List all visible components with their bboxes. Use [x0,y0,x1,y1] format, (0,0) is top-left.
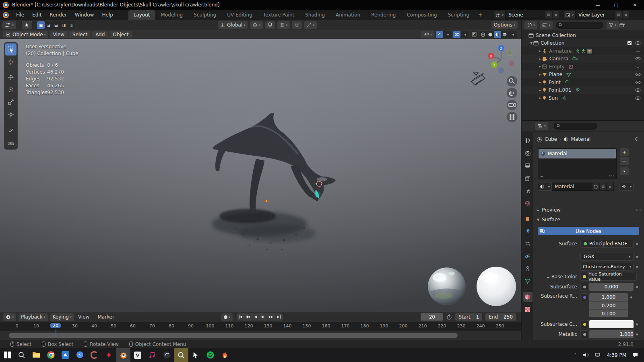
scene-browse-button[interactable]: ▾ [493,11,506,19]
selectability-dropdown[interactable]: ▾ [421,31,434,38]
visibility-eye-closed[interactable] [635,65,641,69]
volume-icon[interactable] [583,352,589,358]
properties-tab-data[interactable] [523,276,533,286]
keying-menu[interactable]: Keying▾ [50,313,74,321]
frame-tick-240[interactable]: 240 [477,323,485,329]
properties-tab-texture[interactable] [523,304,533,314]
taskbar-code-app-icon[interactable] [130,348,145,362]
editor-type-button[interactable]: ▾ [2,21,16,29]
viewport-menu-add[interactable]: Add [92,31,108,38]
gizmo-dropdown[interactable]: ▾ [444,31,452,38]
subsurface-color-socket[interactable] [580,320,588,328]
tray-chevron-icon[interactable]: ⌃ [574,353,577,357]
shading-material[interactable] [494,31,501,38]
snap-toggle-button[interactable] [265,21,275,29]
viewport-menu-view[interactable]: View [50,31,68,38]
timeline-scrollbar[interactable] [9,333,458,338]
frame-tick-200[interactable]: 200 [399,323,408,329]
frame-tick-180[interactable]: 180 [361,323,369,329]
play-reverse-button[interactable] [252,313,260,321]
taskbar-red-app-icon[interactable] [101,348,116,362]
visibility-eye-open[interactable] [635,57,641,61]
maximize-button[interactable]: ▢ [607,0,625,10]
frame-tick-50[interactable]: 50 [111,323,116,329]
properties-tab-object[interactable] [523,214,533,224]
end-frame-field[interactable]: End250 [485,313,516,321]
properties-tab-view-layer[interactable] [523,173,533,183]
taskbar-pointer-app-icon[interactable] [188,348,203,362]
minimize-button[interactable]: — [588,0,607,10]
select-mode-intersect[interactable]: ◫ [68,21,75,29]
outliner-row-scene-collection[interactable]: Scene Collection [522,31,644,39]
view-layer-browse-button[interactable]: ▾ [564,11,576,19]
scene-copy-button[interactable]: ⧉ [545,11,552,19]
frame-tick-170[interactable]: 170 [341,323,350,329]
frame-tick-70[interactable]: 70 [149,323,155,329]
overlays-toggle[interactable] [453,31,460,38]
outliner-row-armature[interactable]: ►Armature [522,47,644,55]
properties-tab-material[interactable] [523,292,533,302]
frame-tick-80[interactable]: 80 [169,323,174,329]
nodetree-dropdown[interactable]: ▾ [619,183,634,191]
frame-tick-40[interactable]: 40 [91,323,97,329]
outliner-search-input[interactable] [556,22,603,29]
surface-shader-button[interactable]: Principled BSDF [580,240,634,248]
taskbar-c-app-icon[interactable] [87,348,101,362]
frame-tick-60[interactable]: 60 [130,323,136,329]
metallic-socket[interactable] [580,330,588,338]
menu-file[interactable]: File [12,10,28,19]
visibility-eye-open[interactable] [635,41,641,45]
proportional-falloff-dropdown[interactable]: ▾ [304,21,317,29]
frame-tick-120[interactable]: 120 [245,323,253,329]
properties-tab-scene[interactable] [523,186,533,195]
outliner-filter-id-dropdown[interactable]: ▾ [540,21,553,29]
xray-toggle[interactable] [471,31,478,38]
tool-select-box[interactable] [5,43,17,56]
blender-menu-icon[interactable] [3,12,9,18]
menu-help[interactable]: Help [98,10,117,19]
proportional-edit-toggle[interactable] [292,21,302,29]
frame-tick-110[interactable]: 110 [225,323,234,329]
frame-tick-160[interactable]: 160 [322,323,330,329]
frame-tick-230[interactable]: 230 [457,323,466,329]
frame-tick-90[interactable]: 90 [188,323,194,329]
menu-window[interactable]: Window [71,10,98,19]
tab-shading[interactable]: Shading [300,10,330,20]
visibility-eye-open[interactable] [635,72,641,76]
frame-tick-220[interactable]: 220 [438,323,446,329]
properties-tab-physics[interactable] [523,251,533,261]
tab-texture-paint[interactable]: Texture Paint [258,10,299,20]
shading-wireframe[interactable] [479,31,487,38]
action-center-icon[interactable] [632,352,638,358]
options-dropdown[interactable]: Options▾ [491,21,518,29]
taskbar-flame-app-icon[interactable] [217,348,232,362]
properties-tab-world[interactable] [523,198,533,208]
tab-modeling[interactable]: Modeling [156,10,188,20]
start-frame-field[interactable]: Start1 [455,313,482,321]
subsurface-socket[interactable] [580,283,588,291]
new-material-button[interactable]: ⧉ [599,183,607,191]
fake-user-button[interactable] [592,183,599,191]
playback-menu[interactable]: Playback▾ [19,313,48,321]
mode-dropdown[interactable]: Object Mode▾ [3,31,48,38]
outliner-row-point[interactable]: ►Point [522,78,644,86]
visibility-eye-open[interactable] [635,80,641,84]
view-layer-remove-button[interactable]: ✕ [622,11,630,19]
slot-specials-dropdown[interactable]: ▾ [620,167,629,175]
slot-expand-caret[interactable]: ► [541,174,543,178]
shading-solid[interactable] [487,31,494,38]
ssr-z-field[interactable]: 0.100 [589,309,628,317]
subsurface-value-field[interactable]: 0.000 [589,283,634,291]
frame-tick-0[interactable]: 0 [16,323,19,329]
frame-tick-100[interactable]: 100 [206,323,215,329]
timeline-view-menu[interactable]: View [74,314,93,320]
browse-material-button[interactable]: ▾ [538,183,552,191]
outliner-filter-dropdown[interactable]: ▾ [607,21,619,29]
add-workspace-button[interactable]: + [475,10,485,19]
taskbar-music-app-icon[interactable] [145,348,159,362]
ssr-x-field[interactable]: 1.000 [589,293,628,301]
properties-tab-particles[interactable] [523,239,533,249]
timeline-editor-type-button[interactable]: ▾ [3,313,16,321]
new-collection-button[interactable] [619,21,626,29]
animate-dot[interactable] [636,266,638,268]
